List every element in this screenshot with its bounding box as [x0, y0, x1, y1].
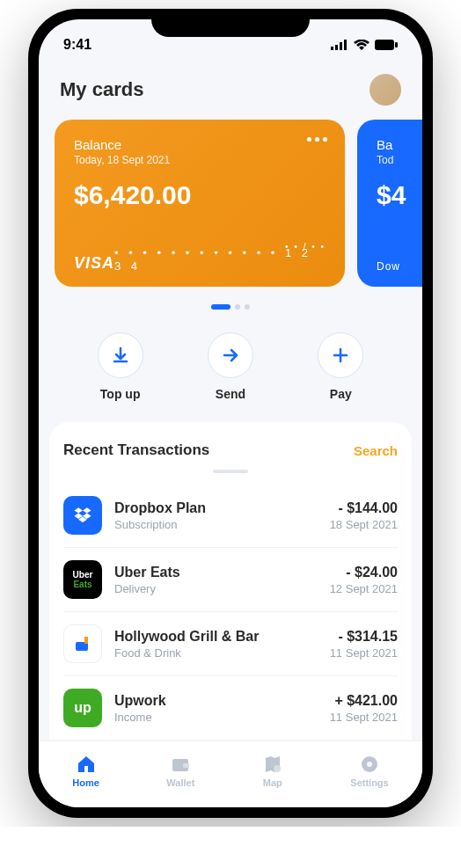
transaction-name: Upwork [114, 693, 318, 709]
action-label: Send [216, 387, 245, 401]
phone-screen: 9:41 My cards Balance Today, 18 Sept 202… [39, 19, 422, 807]
nav-label: Settings [350, 777, 388, 788]
send-button[interactable]: Send [208, 332, 253, 401]
settings-icon [359, 754, 380, 775]
nav-label: Home [72, 777, 99, 788]
signal-icon [331, 40, 348, 50]
card-more-button[interactable] [307, 137, 327, 142]
quick-actions: Top up Send Pay [55, 310, 406, 422]
card-balance: $6,420.00 [74, 180, 326, 210]
home-icon [76, 754, 97, 775]
food-icon [63, 624, 102, 663]
drag-handle[interactable] [213, 470, 248, 473]
search-button[interactable]: Search [354, 443, 398, 458]
avatar[interactable] [370, 74, 401, 106]
wifi-icon [354, 40, 370, 50]
transaction-row[interactable]: UberEats Uber Eats Delivery - $24.00 12 … [63, 548, 398, 612]
card-number: • • • • • • • • • • • • 1 2 3 4 [114, 246, 326, 273]
transactions-panel: Recent Transactions Search Dropbox Plan … [49, 422, 412, 740]
download-icon [111, 346, 130, 365]
svg-rect-0 [331, 47, 333, 50]
page-header: My cards [55, 58, 406, 120]
transaction-name: Dropbox Plan [114, 500, 318, 516]
pay-button[interactable]: Pay [318, 332, 363, 401]
transactions-title: Recent Transactions [63, 441, 209, 459]
bottom-nav: Home Wallet Map Settings [39, 740, 422, 807]
action-label: Pay [330, 387, 352, 401]
dot[interactable] [235, 304, 240, 310]
nav-settings[interactable]: Settings [350, 754, 388, 788]
card-label: Ba [377, 137, 422, 152]
card-date: Today, 18 Sept 2021 [74, 154, 326, 166]
svg-rect-1 [335, 45, 338, 50]
transaction-category: Subscription [114, 518, 318, 531]
transaction-category: Delivery [114, 582, 318, 595]
transaction-date: 12 Sept 2021 [330, 582, 398, 595]
card-label: Balance [74, 137, 326, 152]
page-title: My cards [60, 78, 143, 101]
svg-rect-3 [344, 40, 347, 50]
svg-rect-2 [340, 42, 342, 50]
svg-point-10 [274, 765, 281, 772]
battery-icon [375, 40, 398, 50]
transaction-amount: - $314.15 [330, 629, 398, 645]
transaction-amount: + $421.00 [330, 693, 398, 709]
wallet-icon [170, 754, 191, 775]
dropbox-icon [63, 496, 102, 535]
ubereats-icon: UberEats [63, 560, 102, 599]
transaction-date: 11 Sept 2021 [330, 711, 398, 724]
transaction-category: Food & Drink [114, 646, 318, 660]
action-label: Top up [100, 387, 141, 401]
cards-carousel[interactable]: Balance Today, 18 Sept 2021 $6,420.00 • … [55, 120, 406, 294]
balance-card-primary[interactable]: Balance Today, 18 Sept 2021 $6,420.00 • … [55, 120, 345, 287]
balance-card-secondary[interactable]: Ba Tod $4 Dow [357, 120, 422, 287]
transaction-name: Uber Eats [114, 565, 318, 580]
nav-label: Map [263, 777, 282, 788]
nav-wallet[interactable]: Wallet [166, 754, 194, 788]
screen-content[interactable]: My cards Balance Today, 18 Sept 2021 $6,… [39, 58, 422, 740]
transaction-date: 18 Sept 2021 [330, 518, 398, 531]
transaction-date: 11 Sept 2021 [330, 646, 398, 660]
svg-rect-4 [375, 40, 394, 50]
top-up-button[interactable]: Top up [98, 332, 143, 401]
transaction-name: Hollywood Grill & Bar [114, 629, 318, 645]
notch [151, 9, 310, 37]
card-balance: $4 [377, 180, 422, 210]
status-time: 9:41 [63, 37, 91, 53]
map-icon [262, 754, 283, 775]
phone-frame: 9:41 My cards Balance Today, 18 Sept 202… [28, 9, 433, 818]
transaction-amount: - $144.00 [330, 500, 398, 516]
card-brand: VISA [74, 254, 114, 273]
status-icons [331, 40, 398, 50]
transaction-row[interactable]: up Upwork Income + $421.00 11 Sept 2021 [63, 676, 398, 740]
dot[interactable] [245, 304, 250, 310]
dot-active[interactable] [211, 304, 230, 310]
card-date: Tod [377, 154, 422, 166]
nav-home[interactable]: Home [72, 754, 99, 788]
nav-label: Wallet [166, 777, 194, 788]
transaction-category: Income [114, 711, 318, 724]
svg-point-12 [367, 762, 372, 767]
svg-rect-5 [395, 42, 398, 47]
transaction-amount: - $24.00 [330, 565, 398, 580]
nav-map[interactable]: Map [262, 754, 283, 788]
plus-icon [331, 346, 350, 365]
svg-rect-7 [84, 637, 88, 644]
card-brand: Dow [377, 260, 400, 273]
upwork-icon: up [63, 689, 102, 727]
transaction-row[interactable]: Hollywood Grill & Bar Food & Drink - $31… [63, 612, 398, 676]
transaction-row[interactable]: Dropbox Plan Subscription - $144.00 18 S… [63, 484, 398, 548]
arrow-right-icon [221, 346, 240, 365]
svg-rect-9 [183, 763, 189, 768]
